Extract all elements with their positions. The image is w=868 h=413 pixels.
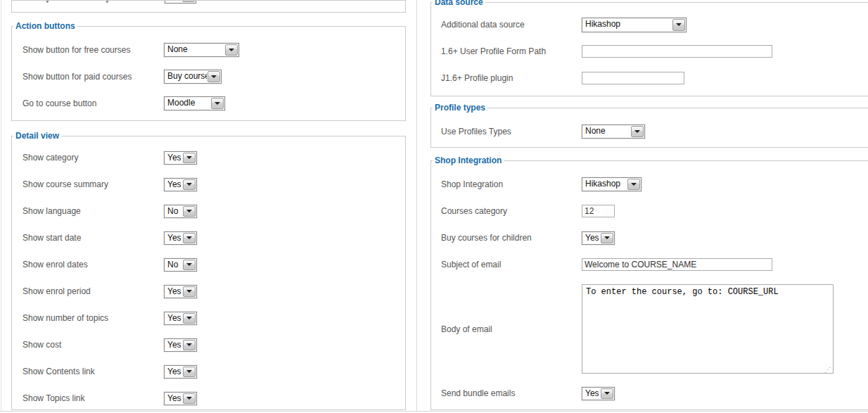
select-value: Yes	[582, 388, 600, 400]
courses-category-input[interactable]	[582, 205, 615, 217]
field-row: Show enrol periodYes	[12, 278, 405, 305]
clipped-text-fragment	[46, 1, 49, 3]
dropdown-arrow-icon	[627, 179, 640, 190]
show-course-summary-select[interactable]: Yes	[164, 178, 197, 191]
shop-integration-label: Shop Integration	[441, 179, 582, 189]
left-column: Action buttons Show button for free cour…	[0, 0, 416, 410]
profile-types-rows: Use Profiles TypesNone	[431, 118, 868, 145]
use-profiles-types-select[interactable]: None	[582, 125, 645, 139]
field-row: Go to course buttonMoodle	[12, 90, 405, 117]
field-row: Show costYes	[12, 331, 405, 358]
subject-of-email-label: Subject of email	[441, 260, 582, 269]
shop-integration-fieldset: Shop Integration Shop IntegrationHikasho…	[430, 155, 868, 410]
show-button-for-paid-courses-select[interactable]: Buy course	[164, 70, 222, 84]
select-value: Hikashop	[582, 178, 627, 191]
dropdown-arrow-icon	[672, 19, 685, 31]
panel-bottom-border	[0, 411, 868, 412]
field-row: Show number of topicsYes	[12, 305, 405, 331]
show-category-select[interactable]: Yes	[164, 151, 197, 165]
dropdown-arrow-icon	[183, 393, 196, 404]
show-cost-select[interactable]: Yes	[164, 338, 197, 352]
dropdown-arrow-icon	[208, 71, 220, 82]
field-row: J1.6+ Profile plugin	[431, 65, 868, 91]
data-source-rows: Additional data sourceHikashop1.6+ User …	[431, 11, 868, 91]
section-legend-shop-integration: Shop Integration	[433, 155, 504, 165]
go-to-course-button-label: Go to course button	[23, 99, 164, 108]
dropdown-arrow-icon	[183, 179, 196, 190]
go-to-course-button-select[interactable]: Moodle	[164, 96, 225, 110]
detail-view-rows: Show categoryYesShow course summaryYesSh…	[12, 144, 405, 410]
field-row: Additional data sourceHikashop	[431, 11, 868, 38]
1-6-user-profile-form-path-input[interactable]	[582, 45, 772, 58]
select-value: Yes	[165, 312, 182, 324]
send-bundle-emails-select[interactable]: Yes	[582, 387, 615, 400]
field-row: Use Profiles TypesNone	[431, 118, 868, 145]
dropdown-arrow-icon	[601, 233, 613, 243]
field-row: Show Contents linkYes	[12, 358, 405, 385]
select-value: Moodle	[165, 97, 210, 110]
select-value: Hikashop	[582, 18, 672, 32]
show-enrol-period-select[interactable]: Yes	[164, 285, 197, 298]
dropdown-arrow-icon	[601, 388, 613, 399]
action-buttons-rows: Show button for free coursesNoneShow but…	[12, 37, 405, 117]
1-6-user-profile-form-path-label: 1.6+ User Profile Form Path	[441, 46, 582, 56]
show-category-label: Show category	[23, 153, 164, 163]
select-value: None	[165, 44, 224, 56]
field-row: Buy courses for childrenYes	[431, 224, 868, 251]
clipped-fieldset	[11, 0, 406, 13]
show-contents-link-select[interactable]: Yes	[164, 365, 197, 379]
dropdown-arrow-icon	[182, 0, 195, 2]
j1-6-profile-plugin-input[interactable]	[582, 72, 684, 84]
field-row: Send bundle emailsYes	[431, 380, 868, 407]
column-divider	[416, 0, 417, 411]
field-row: Courses category	[431, 198, 868, 224]
dropdown-arrow-icon	[631, 126, 644, 137]
dropdown-arrow-icon	[225, 44, 238, 56]
field-row: Shop IntegrationHikashop	[431, 171, 868, 198]
show-topics-link-select[interactable]: Yes	[164, 392, 197, 405]
body-of-email-textarea[interactable]	[582, 284, 834, 374]
select-value: Buy course	[165, 70, 207, 83]
dropdown-arrow-icon	[183, 260, 196, 270]
show-number-of-topics-select[interactable]: Yes	[164, 312, 197, 325]
show-start-date-select[interactable]: Yes	[164, 231, 197, 245]
show-enrol-dates-select[interactable]: No	[164, 258, 197, 272]
field-row: Show button for paid coursesBuy course	[12, 63, 405, 90]
send-bundle-emails-label: Send bundle emails	[441, 388, 582, 398]
show-enrol-period-label: Show enrol period	[23, 286, 164, 296]
show-start-date-label: Show start date	[23, 233, 164, 243]
select-value: Yes	[165, 232, 182, 244]
field-row: Show enrol datesNo	[12, 251, 405, 278]
field-row: Show start dateYes	[12, 224, 405, 251]
show-button-for-paid-courses-label: Show button for paid courses	[23, 72, 164, 82]
field-row: Show Topics linkYes	[12, 385, 405, 410]
field-row: 1.6+ User Profile Form Path	[431, 38, 868, 65]
select-value	[165, 0, 181, 3]
section-legend-data-source: Data source	[433, 0, 485, 7]
select-value: Yes	[165, 366, 182, 378]
field-row: Show button for free coursesNone	[12, 37, 405, 63]
j1-6-profile-plugin-label: J1.6+ Profile plugin	[441, 73, 582, 83]
show-button-for-free-courses-select[interactable]: None	[164, 43, 239, 57]
dropdown-arrow-icon	[183, 313, 196, 324]
shop-integration-rows: Shop IntegrationHikashopCourses category…	[431, 171, 868, 407]
select-value: None	[582, 125, 630, 138]
field-row: Show languageNo	[12, 198, 405, 224]
field-row: Subject of email	[431, 251, 868, 278]
select-value: Yes	[582, 232, 600, 244]
show-enrol-dates-label: Show enrol dates	[23, 260, 164, 269]
select-value: Yes	[165, 339, 182, 351]
select-value: Yes	[165, 179, 182, 191]
subject-of-email-input[interactable]	[582, 258, 772, 271]
shop-integration-select[interactable]: Hikashop	[582, 177, 642, 191]
show-language-select[interactable]: No	[164, 205, 197, 218]
section-legend-detail-view: Detail view	[13, 131, 61, 141]
course-settings-page: Action buttons Show button for free cour…	[0, 0, 868, 413]
show-topics-link-label: Show Topics link	[23, 393, 164, 403]
clipped-text-fragment	[106, 1, 108, 3]
show-number-of-topics-label: Show number of topics	[23, 313, 164, 323]
additional-data-source-select[interactable]: Hikashop	[582, 18, 687, 32]
dropdown-arrow-icon	[183, 286, 196, 297]
buy-courses-for-children-select[interactable]: Yes	[582, 231, 615, 245]
clipped-select[interactable]	[165, 0, 196, 4]
